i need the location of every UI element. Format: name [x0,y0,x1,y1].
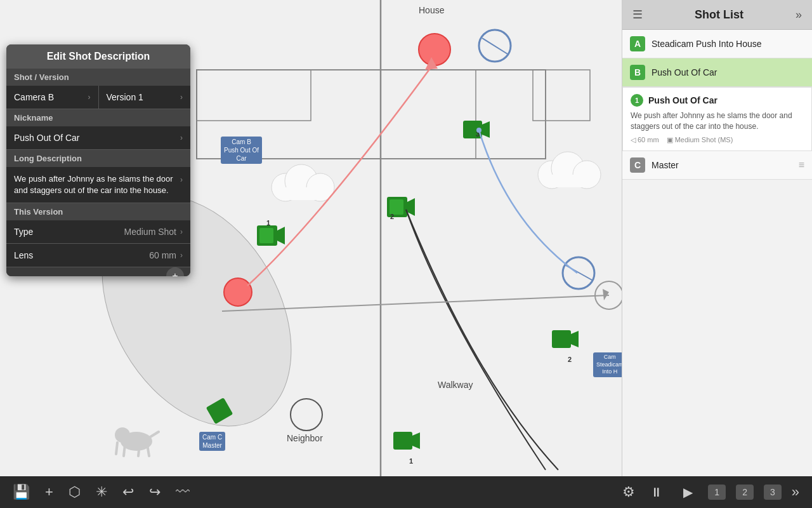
svg-rect-14 [551,175,589,187]
svg-text:3: 3 [476,130,480,138]
svg-rect-23 [257,225,277,246]
svg-line-20 [566,265,593,281]
shot-detail-desc: We push after Johnny as he slams the doo… [631,110,804,132]
cam-b-label: Cam BPush Out OfCar [221,137,262,164]
redo-icon[interactable]: ↪ [149,484,160,500]
nickname-field[interactable]: Push Out Of Car › [6,126,190,150]
svg-point-21 [595,281,622,309]
shot-letter-b: B [630,65,645,80]
toolbar-left-group: 💾 + ⬡ ✳ ↩ ↪ 〰 [13,484,190,500]
svg-line-50 [150,432,159,437]
svg-point-8 [285,164,318,197]
version-selector[interactable]: Version 1 › [99,86,191,109]
svg-marker-30 [482,121,490,138]
shot-meta-type: ▣ Medium Shot (MS) [667,136,733,144]
shot-list-title: Shot List [643,8,796,22]
shot-meta-lens: ◁ 60 mm [631,136,659,144]
shot-letter-a: A [630,36,645,51]
svg-rect-5 [197,70,311,121]
add-icon[interactable]: + [45,484,53,500]
svg-rect-26 [387,197,407,217]
forward-icon[interactable]: » [792,484,799,500]
section-long-desc: Long Description [6,150,190,167]
version-chevron: › [180,93,183,102]
svg-line-46 [116,443,117,454]
edit-panel-title: Edit Shot Description [6,44,190,69]
svg-line-48 [138,444,140,456]
shot-a-name: Steadicam Push Into House [652,39,762,49]
section-shot-version: Shot / Version [6,69,190,86]
shot-b-name: Push Out Of Car [652,67,717,77]
svg-point-16 [479,30,511,62]
svg-text:2: 2 [390,213,394,220]
save-icon[interactable]: 💾 [13,484,30,500]
version-1-button[interactable]: 1 [708,485,726,500]
svg-marker-32 [571,331,579,347]
svg-text:2: 2 [568,356,572,363]
shot-list-panel: ☰ Shot List » A Steadicam Push Into Hous… [622,0,812,483]
svg-rect-33 [206,398,233,424]
shot-number-badge: 1 [631,94,643,107]
shot-version-row[interactable]: Camera B › Version 1 › [6,86,190,109]
svg-point-45 [115,427,130,443]
neighbor-label: Neighbor [287,433,323,443]
wave-icon[interactable]: 〰 [176,484,190,500]
lens-chevron: › [180,251,183,260]
svg-point-13 [573,161,601,189]
cam-c-label: Cam CMaster [199,432,225,451]
bottom-toolbar: 💾 + ⬡ ✳ ↩ ↪ 〰 ⚙ ⏸ ▶ 1 2 3 » [0,476,812,508]
nickname-chevron: › [180,133,183,142]
svg-rect-34 [393,432,412,450]
section-this-version: This Version [6,203,190,220]
camera-chevron: › [88,93,91,102]
gear-icon[interactable]: ⚙ [622,484,635,500]
svg-line-47 [124,444,125,456]
toolbar-right-group: ⚙ ⏸ ▶ 1 2 3 » [622,482,799,502]
svg-marker-41 [425,57,438,70]
section-nickname: Nickname [6,109,190,126]
shot-item-c[interactable]: C Master ≡ [622,151,812,180]
svg-point-7 [272,173,299,201]
long-desc-chevron: › [180,175,183,185]
svg-point-19 [563,257,594,289]
lens-row[interactable]: Lens 60 mm › [6,244,190,267]
shot-b-detail-card: 1 Push Out Of Car We push after Johnny a… [622,87,812,151]
shot-detail-meta: ◁ 60 mm ▣ Medium Shot (MS) [631,136,804,144]
shot-list-forward-icon[interactable]: » [796,8,802,22]
svg-marker-24 [277,227,285,244]
svg-point-42 [476,128,481,133]
svg-line-17 [482,38,508,54]
svg-line-49 [147,444,149,456]
shot-c-expand-icon: ≡ [799,159,804,171]
shot-list-menu-icon[interactable]: ☰ [632,8,643,22]
svg-point-12 [551,152,584,185]
shot-letter-c: C [630,157,645,173]
shot-item-b[interactable]: B Push Out Of Car [622,58,812,87]
add-button[interactable]: + [166,267,184,276]
svg-rect-28 [390,199,403,215]
svg-point-9 [306,173,334,201]
svg-rect-10 [284,187,322,200]
version-2-button[interactable]: 2 [736,485,754,500]
undo-icon[interactable]: ↩ [122,484,134,500]
svg-marker-43 [603,289,609,300]
svg-marker-35 [412,432,420,449]
camera-selector[interactable]: Camera B › [6,86,99,109]
pause-button[interactable]: ⏸ [645,483,668,502]
shot-list-header: ☰ Shot List » [622,0,812,30]
svg-point-44 [121,432,152,451]
house-label: House [419,5,444,15]
asterisk-icon[interactable]: ✳ [96,484,107,500]
long-desc-field[interactable]: We push after Johnny as he slams the doo… [6,167,190,203]
play-button[interactable]: ▶ [678,482,698,502]
svg-text:1: 1 [409,457,413,465]
type-row[interactable]: Type Medium Shot › [6,220,190,244]
svg-rect-25 [259,228,273,243]
layers-icon[interactable]: ⬡ [69,484,81,500]
version-3-button[interactable]: 3 [764,485,782,500]
edit-shot-panel: Edit Shot Description Shot / Version Cam… [6,44,190,276]
svg-rect-29 [463,121,482,138]
svg-point-22 [291,399,322,431]
shot-item-a[interactable]: A Steadicam Push Into House [622,30,812,58]
svg-marker-27 [407,198,415,216]
